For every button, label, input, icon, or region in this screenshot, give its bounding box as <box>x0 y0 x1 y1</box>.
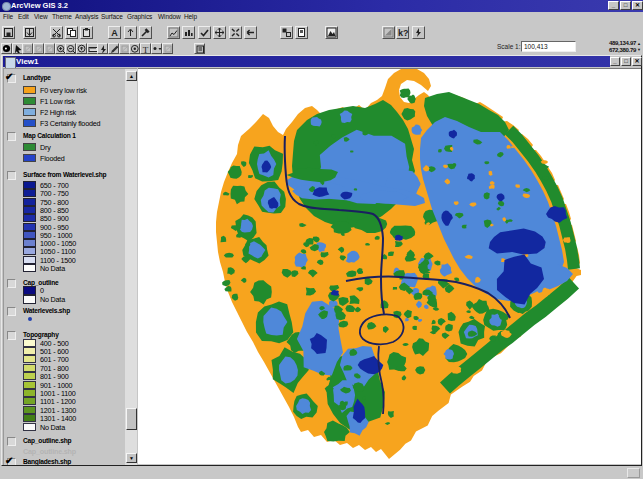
svg-text:A: A <box>111 28 118 38</box>
svg-text:T: T <box>143 45 149 54</box>
svg-text:k?: k? <box>398 28 408 38</box>
